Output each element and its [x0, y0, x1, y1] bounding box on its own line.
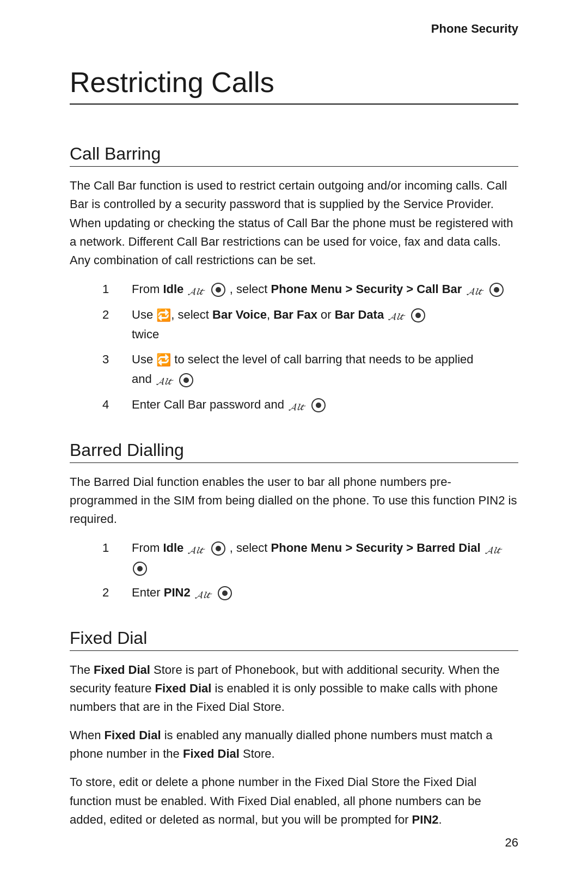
step-num-3: 3	[102, 350, 115, 369]
step-3-content: Use 🔁 to select the level of call barrin…	[132, 350, 518, 390]
barred-dialling-title: Barred Dialling	[70, 440, 518, 463]
select-icon-3	[179, 373, 193, 387]
handset-icon-1b: 𝓐𝓵𝓽	[467, 280, 484, 299]
bd-step-1: 1 From Idle 𝓐𝓵𝓽 , select Phone Menu > Se…	[102, 538, 518, 577]
bd-select-1b	[133, 562, 147, 576]
bar-fax: Bar Fax	[273, 308, 317, 321]
step3-and: and	[132, 372, 152, 386]
svg-text:𝓐𝓵𝓽: 𝓐𝓵𝓽	[485, 545, 503, 556]
bd-step-num-1: 1	[102, 538, 115, 557]
step-3: 3 Use 🔁 to select the level of call barr…	[102, 350, 518, 390]
bar-data: Bar Data	[335, 308, 384, 321]
step-num-4: 4	[102, 395, 115, 414]
handset-icon-2: 𝓐𝓵𝓽	[388, 306, 406, 325]
fixed-dial-para-1: The Fixed Dial Store is part of Phoneboo…	[70, 661, 518, 716]
scroll-icon-3: 🔁	[156, 350, 171, 369]
fd-bold-2: Fixed Dial	[155, 681, 212, 695]
bd-handset-2: 𝓐𝓵𝓽	[195, 584, 212, 603]
fixed-dial-section: Fixed Dial The Fixed Dial Store is part …	[70, 608, 518, 829]
fixed-dial-title: Fixed Dial	[70, 628, 518, 651]
bd-handset-1b: 𝓐𝓵𝓽	[485, 539, 503, 558]
call-barring-intro: The Call Bar function is used to restric…	[70, 176, 518, 269]
step-2: 2 Use 🔁, select Bar Voice, Bar Fax or Ba…	[102, 305, 518, 344]
bd-step-2: 2 Enter PIN2 𝓐𝓵𝓽	[102, 583, 518, 603]
bd-select-1a	[211, 541, 225, 556]
bd-step-num-2: 2	[102, 583, 115, 602]
step-num-1: 1	[102, 279, 115, 299]
fixed-dial-para-3: To store, edit or delete a phone number …	[70, 773, 518, 829]
step1-menu: Phone Menu > Security > Call Bar	[271, 282, 462, 296]
handset-icon-4: 𝓐𝓵𝓽	[289, 396, 306, 415]
svg-text:𝓐𝓵𝓽: 𝓐𝓵𝓽	[188, 286, 205, 297]
page-container: Phone Security Restricting Calls Call Ba…	[0, 0, 588, 882]
fixed-dial-para-2: When Fixed Dial is enabled any manually …	[70, 726, 518, 763]
bd-menu: Phone Menu > Security > Barred Dial	[271, 541, 481, 555]
step-1: 1 From Idle 𝓐𝓵𝓽 , select Phone Menu > Se…	[102, 279, 518, 300]
step-2-content: Use 🔁, select Bar Voice, Bar Fax or Bar …	[132, 305, 518, 344]
step-num-2: 2	[102, 305, 115, 324]
header-phone-security: Phone Security	[431, 22, 518, 36]
barred-dialling-intro: The Barred Dial function enables the use…	[70, 473, 518, 528]
step-1-content: From Idle 𝓐𝓵𝓽 , select Phone Menu > Secu…	[132, 279, 518, 300]
bd-handset-1a: 𝓐𝓵𝓽	[188, 539, 205, 558]
bd-pin2: PIN2	[164, 586, 191, 599]
call-barring-title: Call Barring	[70, 144, 518, 167]
step-4: 4 Enter Call Bar password and 𝓐𝓵𝓽	[102, 395, 518, 415]
call-barring-section: Call Barring The Call Bar function is us…	[70, 124, 518, 415]
svg-text:𝓐𝓵𝓽: 𝓐𝓵𝓽	[195, 589, 212, 600]
bd-select-2	[218, 586, 232, 600]
step-4-content: Enter Call Bar password and 𝓐𝓵𝓽	[132, 395, 518, 415]
page-title: Restricting Calls	[70, 65, 518, 105]
handset-icon-3: 𝓐𝓵𝓽	[156, 370, 174, 389]
select-icon-1b	[489, 283, 504, 297]
scroll-icon-2: 🔁	[156, 306, 171, 325]
call-barring-steps: 1 From Idle 𝓐𝓵𝓽 , select Phone Menu > Se…	[102, 279, 518, 415]
fd-bold-3: Fixed Dial	[105, 728, 161, 742]
svg-text:𝓐𝓵𝓽: 𝓐𝓵𝓽	[388, 311, 406, 322]
select-icon-1a	[211, 283, 225, 297]
fd-bold-4: Fixed Dial	[183, 747, 240, 760]
fd-pin2: PIN2	[412, 813, 439, 826]
svg-text:𝓐𝓵𝓽: 𝓐𝓵𝓽	[289, 401, 306, 412]
step1-idle: Idle	[163, 282, 183, 296]
svg-text:𝓐𝓵𝓽: 𝓐𝓵𝓽	[156, 376, 174, 387]
svg-text:𝓐𝓵𝓽: 𝓐𝓵𝓽	[188, 545, 205, 556]
fd-bold-1: Fixed Dial	[94, 663, 150, 677]
select-icon-2	[411, 308, 425, 322]
bar-voice: Bar Voice	[212, 308, 267, 321]
svg-text:𝓐𝓵𝓽: 𝓐𝓵𝓽	[467, 286, 484, 297]
bd-idle: Idle	[163, 541, 183, 555]
select-icon-4	[311, 398, 326, 412]
barred-dialling-steps: 1 From Idle 𝓐𝓵𝓽 , select Phone Menu > Se…	[102, 538, 518, 603]
bd-step-1-content: From Idle 𝓐𝓵𝓽 , select Phone Menu > Secu…	[132, 538, 518, 577]
barred-dialling-section: Barred Dialling The Barred Dial function…	[70, 421, 518, 603]
handset-icon-1a: 𝓐𝓵𝓽	[188, 280, 205, 299]
bd-step-2-content: Enter PIN2 𝓐𝓵𝓽	[132, 583, 518, 603]
page-number: 26	[505, 836, 518, 850]
